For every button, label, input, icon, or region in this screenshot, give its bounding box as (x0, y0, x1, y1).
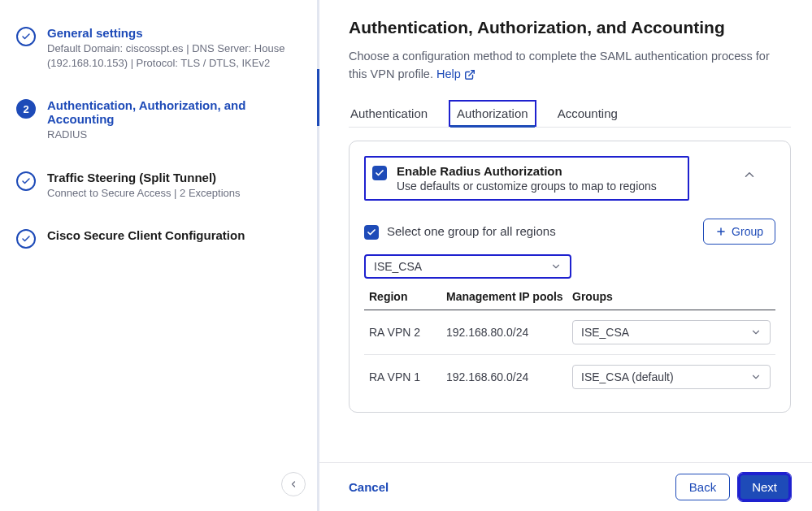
sidebar: General settings Default Domain: ciscoss… (0, 0, 317, 511)
table-row: RA VPN 1 192.168.60.0/24 ISE_CSA (defaul… (364, 355, 775, 399)
cell-region: RA VPN 1 (369, 370, 446, 383)
step-number-icon: 2 (16, 99, 36, 119)
tab-accounting[interactable]: Accounting (556, 100, 619, 127)
page-title: Authentication, Authorization, and Accou… (349, 18, 791, 37)
step-sub: RADIUS (47, 128, 301, 142)
cell-ip: 192.168.80.0/24 (446, 326, 572, 339)
external-link-icon (464, 69, 475, 80)
enable-radius-row: Enable Radius Authorization Use defaults… (364, 156, 689, 201)
row-group-value: ISE_CSA (581, 326, 629, 339)
step-sub: Default Domain: ciscosspt.es | DNS Serve… (47, 41, 301, 71)
col-region: Region (369, 290, 446, 303)
row-group-select[interactable]: ISE_CSA (572, 320, 771, 344)
row-group-value: ISE_CSA (default) (581, 370, 674, 383)
check-icon (16, 229, 36, 249)
select-all-regions-label: Select one group for all regions (387, 224, 556, 238)
table-row: RA VPN 2 192.168.80.0/24 ISE_CSA (364, 310, 775, 355)
select-all-regions-checkbox[interactable] (364, 225, 379, 240)
page-description: Choose a configuration method to complet… (349, 47, 791, 84)
tab-authentication[interactable]: Authentication (349, 100, 429, 127)
enable-radius-title: Enable Radius Authorization (397, 164, 657, 178)
row-group-select[interactable]: ISE_CSA (default) (572, 365, 771, 389)
back-button[interactable]: Back (675, 474, 730, 500)
add-group-button[interactable]: Group (703, 219, 775, 245)
next-button[interactable]: Next (738, 473, 791, 501)
group-select[interactable]: ISE_CSA (364, 254, 571, 279)
group-btn-label: Group (732, 225, 763, 238)
collapse-sidebar-button[interactable] (281, 472, 306, 496)
step-client-config[interactable]: Cisco Secure Client Configuration (16, 228, 301, 249)
tabs: Authentication Authorization Accounting (349, 100, 791, 128)
main-panel: Authentication, Authorization, and Accou… (317, 0, 812, 511)
check-icon (16, 27, 36, 46)
enable-radius-desc: Use defaults or customize groups to map … (397, 180, 657, 193)
col-groups: Groups (572, 290, 771, 303)
plus-icon (715, 226, 727, 237)
step-aaa[interactable]: 2 Authentication, Authorization, and Acc… (16, 98, 301, 142)
step-general-settings[interactable]: General settings Default Domain: ciscoss… (16, 26, 301, 71)
step-title[interactable]: General settings (47, 26, 301, 40)
authorization-panel: Enable Radius Authorization Use defaults… (349, 141, 791, 413)
group-select-value: ISE_CSA (374, 260, 422, 273)
table-header: Region Management IP pools Groups (364, 279, 775, 310)
enable-radius-checkbox[interactable] (372, 166, 387, 180)
footer: Cancel Back Next (319, 462, 812, 511)
step-title[interactable]: Cisco Secure Client Configuration (47, 228, 301, 242)
step-title[interactable]: Authentication, Authorization, and Accou… (47, 98, 301, 126)
step-title[interactable]: Traffic Steering (Split Tunnel) (47, 171, 301, 184)
col-ip: Management IP pools (446, 290, 572, 303)
check-icon (16, 171, 36, 191)
step-traffic-steering[interactable]: Traffic Steering (Split Tunnel) Connect … (16, 171, 301, 201)
collapse-panel-button[interactable] (742, 162, 757, 182)
help-label: Help (436, 65, 461, 83)
help-link[interactable]: Help (436, 65, 475, 83)
step-sub: Connect to Secure Access | 2 Exceptions (47, 186, 301, 201)
svg-line-0 (469, 70, 474, 75)
tab-authorization[interactable]: Authorization (449, 100, 536, 127)
cell-ip: 192.168.60.0/24 (446, 370, 572, 383)
chevron-down-icon (750, 327, 762, 338)
chevron-down-icon (750, 371, 762, 383)
chevron-down-icon (550, 261, 562, 272)
step-accent (317, 69, 319, 126)
cell-region: RA VPN 2 (369, 326, 446, 339)
cancel-button[interactable]: Cancel (349, 480, 389, 494)
page-desc-text: Choose a configuration method to complet… (349, 50, 770, 80)
